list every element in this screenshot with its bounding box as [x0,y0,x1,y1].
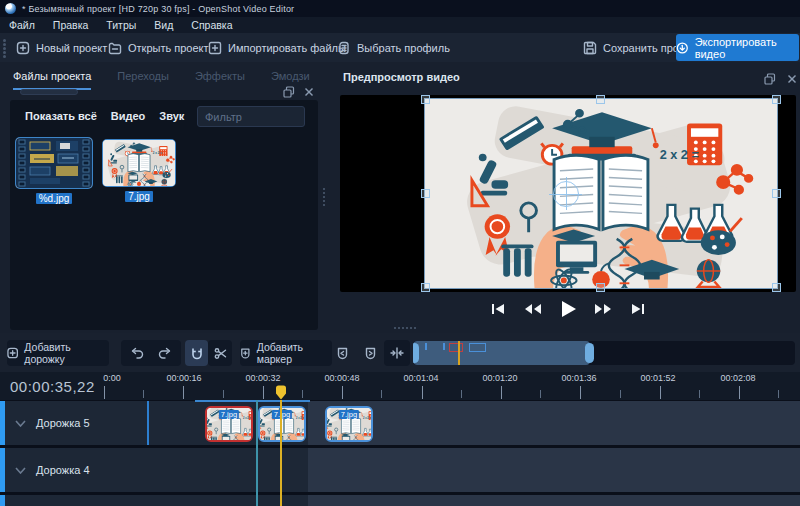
chevron-down-icon[interactable] [15,467,26,474]
timeline-toolbar: Добавить дорожку [0,333,800,372]
file-item[interactable]: %d.jpg [16,138,92,206]
resize-handle[interactable] [772,95,781,104]
add-marker-button[interactable]: Добавить маркер [240,340,332,366]
openshot-logo-icon [5,3,16,14]
zoom-visible-range[interactable] [413,341,590,365]
chevron-down-icon[interactable] [15,420,26,427]
add-track-icon [7,347,18,359]
video-preview-area[interactable] [340,95,796,292]
transform-origin-handle[interactable] [553,181,579,207]
timeline-ruler[interactable]: 00:00:35,22 0:00 00:00:16 00:00:32 00:00… [0,372,800,400]
file-name-badge: %d.jpg [36,193,73,204]
timeline-clip-selected[interactable]: 7.jpg [205,406,253,442]
minimap-clip-selected [449,343,463,352]
track-row-3[interactable]: Дорожка 3 [0,495,800,506]
minimap-clip [469,343,486,352]
openshot-window: * Безымянный проект [HD 720p 30 fps] - O… [0,0,800,506]
toolbar-grip[interactable] [3,38,7,57]
playhead-line[interactable] [280,400,282,506]
next-marker-icon[interactable] [364,347,377,360]
resize-handle[interactable] [421,189,430,198]
center-playhead-icon [390,347,404,359]
clip-selection-top-line [195,400,310,402]
jump-start-button[interactable] [487,299,509,319]
snap-indicator-line [147,401,149,445]
clip-label: 7.jpg [339,410,359,419]
main-toolbar: Новый проект Открыть проект Импортироват… [0,33,800,62]
play-button[interactable] [557,299,579,319]
zoom-handle-right[interactable] [585,343,594,363]
window-title: * Безымянный проект [HD 720p 30 fps] - O… [22,4,294,14]
tab-transitions[interactable]: Переходы [117,70,169,90]
timeline-clip[interactable]: 7.jpg [325,406,373,442]
menu-view[interactable]: Вид [145,19,182,31]
resize-handle[interactable] [421,283,430,292]
close-panel-icon[interactable] [303,86,315,98]
tab-project-files[interactable]: Файлы проекта [13,70,91,90]
resize-handle[interactable] [772,283,781,292]
file-thumbnail-sequence [16,138,92,188]
open-project-button[interactable]: Открыть проект [108,36,209,59]
playhead-timecode: 00:00:35,22 [10,378,95,395]
float-panel-icon[interactable] [283,86,295,98]
snap-magnet-toggle[interactable] [185,340,208,366]
resize-handle[interactable] [421,95,430,104]
filter-show-all-button[interactable]: Показать всё [25,110,97,122]
menu-help[interactable]: Справка [182,19,241,31]
vertical-splitter-handle[interactable] [323,188,325,206]
file-item[interactable]: 7.jpg [103,140,175,204]
zoom-handle-left[interactable] [413,343,419,363]
export-video-icon [676,41,689,55]
playhead-marker[interactable] [275,385,287,400]
add-track-button[interactable]: Добавить дорожку [7,340,109,366]
filter-audio-button[interactable]: Звук [159,110,184,122]
undo-redo-group [121,340,181,366]
filter-input[interactable] [197,106,305,127]
fast-forward-button[interactable] [592,299,614,319]
preview-panel-title: Предпросмотр видео [343,71,460,83]
menubar: Файл Правка Титры Вид Справка [0,17,800,33]
ruler-label: 00:00:48 [324,373,359,383]
rewind-button[interactable] [522,299,544,319]
timeline-clip[interactable]: 7.jpg [258,406,306,442]
ruler-label: 00:01:36 [561,373,596,383]
new-project-button[interactable]: Новый проект [16,36,107,59]
scissors-icon [214,347,227,360]
ruler-label: 0:00 [103,373,121,383]
clip-label: 7.jpg [219,410,239,419]
export-video-button[interactable]: Экспортировать видео [676,34,799,61]
track-name: Дорожка 4 [36,464,90,476]
import-files-button[interactable]: Импортировать файлы [208,36,346,59]
preview-frame-image[interactable] [425,99,777,288]
previous-marker-icon[interactable] [336,347,349,360]
resize-handle[interactable] [772,189,781,198]
float-preview-icon[interactable] [764,73,776,85]
redo-icon[interactable] [158,347,172,359]
save-icon [583,41,597,55]
track-row-4[interactable]: Дорожка 4 [0,448,800,492]
choose-profile-button[interactable]: Выбрать профиль [337,36,450,59]
center-playhead-button[interactable] [384,340,410,366]
resize-handle[interactable] [596,283,605,292]
filter-video-button[interactable]: Видео [111,110,146,122]
undo-icon[interactable] [130,347,144,359]
close-preview-icon[interactable] [786,73,798,85]
timeline-tracks: Дорожка 5 Дорожка 4 Дорожка 3 [0,400,800,506]
new-project-icon [16,41,30,55]
timeline-zoom-slider[interactable] [413,341,795,365]
razor-preview-line [256,400,258,506]
magnet-icon [191,347,203,360]
marker-nav-group [330,340,382,366]
horizontal-splitter-handle[interactable] [394,327,416,329]
menu-titles[interactable]: Титры [97,19,145,31]
resize-handle[interactable] [596,95,605,104]
menu-file[interactable]: Файл [0,19,44,31]
menu-edit[interactable]: Правка [44,19,97,31]
track-row-5[interactable]: Дорожка 5 [0,401,800,445]
jump-end-button[interactable] [627,299,649,319]
tabs-scroll-indicator[interactable] [20,89,78,95]
minimap-playhead [458,341,460,365]
project-files-panel: Показать всё Видео Звук Изображение %d.j… [10,100,318,330]
razor-tool-button[interactable] [208,340,232,366]
tab-effects[interactable]: Эффекты [195,70,245,90]
